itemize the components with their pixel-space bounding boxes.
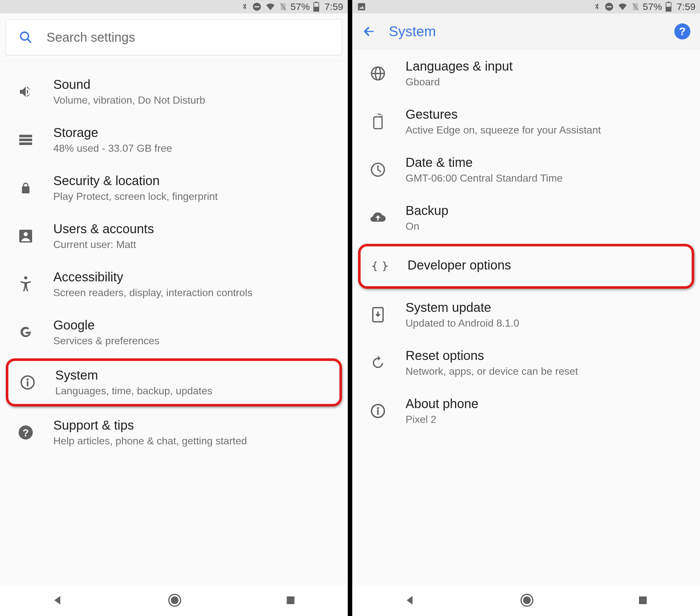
system-item-languages[interactable]: Languages & inputGboard bbox=[352, 49, 700, 98]
back-arrow-icon[interactable] bbox=[362, 24, 376, 38]
item-title: Developer options bbox=[408, 258, 685, 272]
item-subtitle: Help articles, phone & chat, getting sta… bbox=[53, 435, 338, 447]
svg-rect-8 bbox=[19, 139, 32, 141]
svg-rect-9 bbox=[19, 142, 32, 145]
item-subtitle: Volume, vibration, Do Not Disturb bbox=[53, 94, 338, 106]
nav-back-icon[interactable] bbox=[404, 594, 417, 607]
svg-rect-7 bbox=[19, 135, 32, 137]
settings-item-users[interactable]: Users & accountsCurrent user: Matt bbox=[0, 212, 348, 260]
item-subtitle: Services & preferences bbox=[53, 335, 338, 347]
svg-point-14 bbox=[27, 378, 28, 381]
system-item-gestures[interactable]: GesturesActive Edge on, squeeze for your… bbox=[352, 98, 700, 146]
item-subtitle: On bbox=[405, 220, 690, 232]
storage-icon bbox=[13, 134, 39, 146]
search-header: Search settings bbox=[0, 13, 348, 61]
info-icon bbox=[15, 375, 40, 390]
svg-line-6 bbox=[27, 39, 31, 42]
item-title: Users & accounts bbox=[53, 222, 338, 236]
svg-rect-30 bbox=[374, 117, 382, 129]
svg-point-38 bbox=[523, 596, 531, 604]
settings-list[interactable]: SoundVolume, vibration, Do Not Disturb S… bbox=[0, 61, 348, 584]
svg-rect-26 bbox=[666, 7, 671, 11]
bluetooth-icon bbox=[240, 2, 249, 12]
system-item-developer[interactable]: Developer options bbox=[358, 244, 694, 289]
svg-rect-36 bbox=[377, 410, 379, 415]
accessibility-icon bbox=[13, 276, 39, 293]
item-subtitle: Updated to Android 8.1.0 bbox=[405, 317, 690, 329]
item-title: System bbox=[55, 368, 333, 383]
dnd-icon bbox=[252, 2, 262, 12]
info-icon bbox=[365, 403, 391, 419]
system-item-datetime[interactable]: Date & timeGMT-06:00 Central Standard Ti… bbox=[352, 146, 700, 194]
nav-home-icon[interactable] bbox=[167, 593, 182, 607]
globe-icon bbox=[365, 66, 391, 81]
item-title: Security & location bbox=[53, 174, 338, 188]
svg-point-11 bbox=[24, 232, 28, 236]
system-list[interactable]: Languages & inputGboard GesturesActive E… bbox=[352, 49, 700, 584]
navigation-bar bbox=[0, 584, 348, 616]
svg-rect-21 bbox=[358, 3, 365, 11]
search-settings-box[interactable]: Search settings bbox=[6, 19, 342, 55]
system-item-backup[interactable]: BackupOn bbox=[352, 194, 700, 242]
clock-icon bbox=[365, 162, 391, 177]
settings-item-support[interactable]: ? Support & tipsHelp articles, phone & c… bbox=[0, 408, 348, 457]
sound-icon bbox=[13, 84, 39, 100]
battery-percentage: 57% bbox=[643, 1, 662, 12]
svg-rect-15 bbox=[27, 381, 28, 386]
svg-point-31 bbox=[382, 115, 383, 116]
svg-point-19 bbox=[171, 596, 178, 604]
image-notification-icon bbox=[357, 2, 366, 12]
item-subtitle: Gboard bbox=[405, 76, 690, 88]
nav-back-icon[interactable] bbox=[52, 594, 64, 607]
item-title: Backup bbox=[405, 203, 690, 218]
person-icon bbox=[13, 229, 39, 244]
help-icon: ? bbox=[13, 425, 39, 440]
nav-recent-icon[interactable] bbox=[285, 594, 296, 606]
no-sim-icon bbox=[279, 2, 287, 12]
item-title: Google bbox=[53, 318, 338, 332]
svg-rect-20 bbox=[287, 596, 295, 604]
item-subtitle: Network, apps, or device can be reset bbox=[405, 365, 690, 377]
phone-right: 57% 7:59 System ? Languages & inputGboar… bbox=[352, 0, 700, 616]
item-subtitle: Screen readers, display, interaction con… bbox=[53, 287, 338, 299]
item-title: Storage bbox=[53, 126, 338, 140]
status-bar: 57% 7:59 bbox=[0, 0, 348, 13]
item-title: Reset options bbox=[405, 348, 690, 363]
page-title: System bbox=[389, 23, 661, 39]
restore-icon bbox=[365, 355, 391, 371]
settings-item-google[interactable]: GoogleServices & preferences bbox=[0, 308, 348, 357]
item-subtitle: GMT-06:00 Central Standard Time bbox=[405, 172, 690, 184]
system-item-update[interactable]: System updateUpdated to Android 8.1.0 bbox=[352, 291, 700, 339]
wifi-icon bbox=[265, 2, 276, 11]
search-icon bbox=[19, 30, 33, 44]
system-item-reset[interactable]: Reset optionsNetwork, apps, or device ca… bbox=[352, 339, 700, 387]
settings-item-accessibility[interactable]: AccessibilityScreen readers, display, in… bbox=[0, 260, 348, 308]
braces-icon bbox=[367, 260, 393, 273]
status-bar: 57% 7:59 bbox=[352, 0, 700, 13]
settings-item-security[interactable]: Security & locationPlay Protect, screen … bbox=[0, 164, 348, 212]
item-subtitle: Languages, time, backup, updates bbox=[55, 385, 333, 397]
dnd-icon bbox=[604, 2, 614, 12]
settings-item-sound[interactable]: SoundVolume, vibration, Do Not Disturb bbox=[0, 68, 348, 116]
system-header: System ? bbox=[352, 13, 700, 49]
svg-point-35 bbox=[377, 407, 379, 409]
svg-rect-39 bbox=[639, 596, 647, 604]
settings-item-system[interactable]: SystemLanguages, time, backup, updates bbox=[6, 358, 342, 407]
svg-rect-4 bbox=[314, 7, 319, 11]
wifi-icon bbox=[617, 2, 628, 11]
phone-left: 57% 7:59 Search settings SoundVolume, vi… bbox=[0, 0, 348, 616]
item-subtitle: Current user: Matt bbox=[53, 239, 338, 251]
item-title: About phone bbox=[405, 397, 690, 411]
item-subtitle: Play Protect, screen lock, fingerprint bbox=[53, 191, 338, 203]
settings-item-storage[interactable]: Storage48% used - 33.07 GB free bbox=[0, 116, 348, 164]
clock-time: 7:59 bbox=[325, 1, 343, 12]
item-title: Accessibility bbox=[53, 270, 338, 284]
navigation-bar bbox=[352, 584, 700, 616]
gestures-icon bbox=[365, 113, 391, 130]
help-icon[interactable]: ? bbox=[674, 23, 690, 39]
nav-home-icon[interactable] bbox=[520, 593, 534, 607]
nav-recent-icon[interactable] bbox=[637, 594, 649, 606]
lock-icon bbox=[13, 180, 39, 196]
search-placeholder: Search settings bbox=[47, 30, 135, 44]
system-item-about[interactable]: About phonePixel 2 bbox=[352, 387, 700, 435]
